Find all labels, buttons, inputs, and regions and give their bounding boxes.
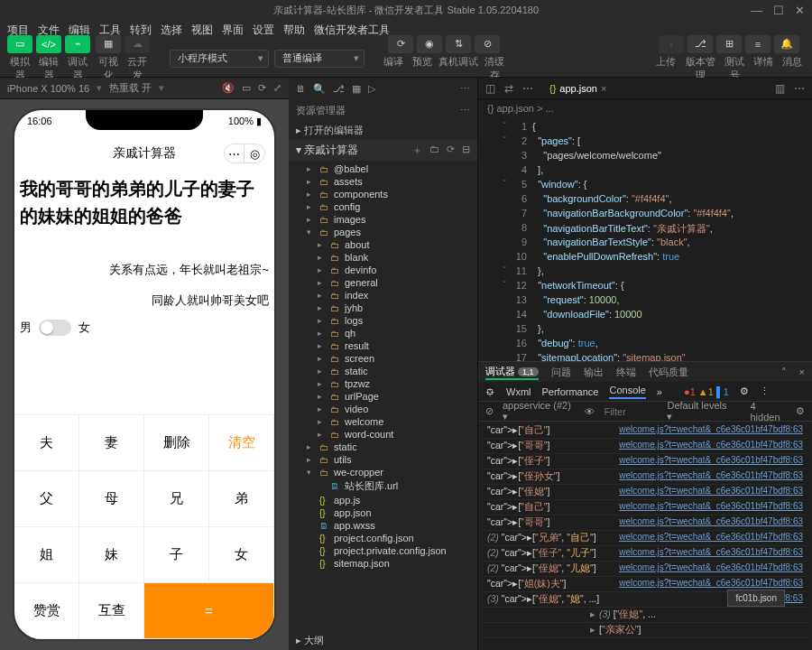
tree-file[interactable]: {}project.private.config.json xyxy=(289,544,477,557)
tree-folder[interactable]: ▸🗀welcome xyxy=(289,415,477,428)
tree-folder[interactable]: ▾🗀we-cropper xyxy=(289,466,477,478)
console-log-row[interactable]: "car">▸["侄孙女"]welcome.js?t=wechat&_c6e36… xyxy=(482,469,808,485)
keypad-button[interactable]: 清空 xyxy=(209,415,274,471)
menu-item[interactable]: 微信开发者工具 xyxy=(314,23,390,38)
tree-folder[interactable]: ▸🗀logs xyxy=(289,314,477,327)
preview-button[interactable]: ◉ xyxy=(417,35,442,53)
hot-reload-toggle[interactable]: 热重载 开 xyxy=(109,81,152,95)
messages-button[interactable]: 🔔 xyxy=(774,35,799,53)
source-link[interactable]: welcome.js?t=wechat&_c6e36c01bf47bdf8:63 xyxy=(619,547,803,560)
visual-toggle[interactable]: ▦ xyxy=(96,35,121,53)
explorer-icon[interactable]: 🗎 xyxy=(296,83,306,94)
compile-mode-select[interactable]: 小程序模式 xyxy=(170,50,269,68)
source-link[interactable]: welcome.js?t=wechat&_c6e36c01bf47bdf8:63 xyxy=(619,424,803,437)
upload-button[interactable]: ↑ xyxy=(659,35,684,53)
debugger-tab[interactable]: 调试器 1,1 xyxy=(485,365,539,380)
menu-item[interactable]: 帮助 xyxy=(283,23,305,38)
menu-item[interactable]: 界面 xyxy=(222,23,244,38)
more-subtabs[interactable]: » xyxy=(657,386,662,397)
simulator-toggle[interactable]: ▭ xyxy=(7,35,32,53)
source-link[interactable]: welcome.js?t=wechat&_c6e36c01bf47bdf8:63 xyxy=(619,516,803,529)
test-account-button[interactable]: ⊞ xyxy=(716,35,742,53)
keypad-button[interactable]: 妹 xyxy=(79,527,144,583)
mute-icon[interactable]: 🔇 xyxy=(222,82,235,94)
inspect-icon[interactable]: ⯐ xyxy=(485,386,495,397)
gender-switch[interactable] xyxy=(39,320,71,336)
close-tab-icon[interactable]: × xyxy=(601,83,606,94)
tree-folder[interactable]: ▸🗀screen xyxy=(289,352,477,365)
code-quality-tab[interactable]: 代码质量 xyxy=(649,366,688,379)
source-link[interactable]: welcome.js?t=wechat&_c6e36c01bf47bdf8:63 xyxy=(619,470,803,483)
keypad-button[interactable]: 妻 xyxy=(79,415,144,471)
perf-subtab[interactable]: Performance xyxy=(542,386,599,397)
keypad-button[interactable]: 弟 xyxy=(209,471,274,527)
details-button[interactable]: ≡ xyxy=(745,35,770,53)
tree-folder[interactable]: ▸🗀general xyxy=(289,276,477,289)
dbg-dots-icon[interactable]: ⋮ xyxy=(760,385,770,397)
source-link[interactable]: welcome.js?t=wechat&_c6e36c01bf47bdf8:63 xyxy=(619,440,803,452)
tree-folder[interactable]: ▸🗀assets xyxy=(289,175,477,188)
code-editor[interactable]: ˅˅˅˅˅ 1234567891011121314151617 { "pages… xyxy=(478,117,812,361)
output-tab[interactable]: 输出 xyxy=(584,366,604,379)
tree-folder[interactable]: ▸🗀config xyxy=(289,200,477,213)
keypad-button[interactable]: 互查 xyxy=(79,583,144,639)
editor-tab[interactable]: {} app.json × xyxy=(542,81,614,96)
split-icon[interactable]: ◫ xyxy=(485,82,495,95)
project-header[interactable]: ▾ 亲戚计算器 ＋ 🗀 ⟳ ⊟ xyxy=(289,140,477,161)
tree-folder[interactable]: ▸🗀static xyxy=(289,365,477,377)
outline-section[interactable]: ▸ 大纲 xyxy=(289,631,477,650)
dbg-gear-icon[interactable]: ⚙ xyxy=(740,385,749,397)
keypad-button[interactable]: 姐 xyxy=(14,527,79,583)
open-editors-section[interactable]: ▸ 打开的编辑器 xyxy=(289,121,477,140)
tree-folder[interactable]: ▸🗀word-count xyxy=(289,428,477,441)
capsule-menu-icon[interactable]: ⋯ xyxy=(225,144,245,162)
tree-folder[interactable]: ▸🗀blank xyxy=(289,251,477,264)
console-log-row[interactable]: (2) "car">▸["侄媳", "儿媳"]welcome.js?t=wech… xyxy=(482,562,808,577)
capsule-close-icon[interactable]: ◎ xyxy=(245,144,264,162)
tree-folder[interactable]: ▸🗀utils xyxy=(289,453,477,466)
compile-button[interactable]: ⟳ xyxy=(388,35,413,53)
compile-type-select[interactable]: 普通编译 xyxy=(274,50,364,68)
console-log-row[interactable]: ▸["亲家公"] xyxy=(482,623,808,638)
tree-folder[interactable]: ▸🗀images xyxy=(289,213,477,226)
tree-file[interactable]: {}sitemap.json xyxy=(289,557,477,570)
source-link[interactable]: welcome.js?t=wechat&_c6e36c01bf47bdf8:63 xyxy=(619,532,803,544)
tree-folder[interactable]: ▸🗀qh xyxy=(289,327,477,339)
eye-icon[interactable]: 👁 xyxy=(585,406,595,417)
console-log-row[interactable]: "car">▸["自己"]welcome.js?t=wechat&_c6e36c… xyxy=(482,423,808,439)
explorer-more-icon[interactable]: ⋯ xyxy=(460,105,470,116)
keypad-button[interactable]: 母 xyxy=(79,471,144,527)
refresh-icon[interactable]: ⟳ xyxy=(447,144,455,157)
tree-folder[interactable]: ▸🗀static xyxy=(289,441,477,453)
keypad-button[interactable]: 夫 xyxy=(14,415,79,471)
console-log-row[interactable]: ▸(3) ["侄媳", ... xyxy=(482,608,808,623)
tree-folder[interactable]: ▸🗀urlPage xyxy=(289,390,477,403)
screenshot-icon[interactable]: ▭ xyxy=(242,82,251,94)
search-icon[interactable]: 🔍 xyxy=(313,83,326,95)
layout-icon[interactable]: ▥ xyxy=(775,82,785,95)
tree-file[interactable]: 🗎app.wxss xyxy=(289,519,477,532)
source-link[interactable]: welcome.js?t=wechat&_c6e36c01bf47bdf8:63 xyxy=(619,455,803,468)
more-actions-icon[interactable]: ⋯ xyxy=(794,82,805,95)
tree-folder[interactable]: ▸🗀video xyxy=(289,403,477,415)
console-gear-icon[interactable]: ⚙ xyxy=(796,405,805,417)
filter-input[interactable] xyxy=(604,406,658,417)
dbg-close-icon[interactable]: × xyxy=(799,367,805,377)
diff-icon[interactable]: ⇄ xyxy=(504,82,513,95)
console-log-row[interactable]: "car">▸["哥哥"]welcome.js?t=wechat&_c6e36c… xyxy=(482,439,808,454)
menu-item[interactable]: 设置 xyxy=(253,23,274,38)
tree-folder[interactable]: ▸🗀index xyxy=(289,289,477,302)
keypad-button[interactable]: 女 xyxy=(209,527,274,583)
ellipsis-icon[interactable]: ⋯ xyxy=(522,82,533,95)
console-log-row[interactable]: "car">▸["自己"]welcome.js?t=wechat&_c6e36c… xyxy=(482,500,808,515)
menu-item[interactable]: 选择 xyxy=(161,23,182,38)
device-selector[interactable]: iPhone X 100% 16 xyxy=(7,83,89,94)
tree-folder[interactable]: ▸🗀devinfo xyxy=(289,264,477,276)
editor-toggle[interactable]: </> xyxy=(36,35,61,53)
tree-folder[interactable]: ▸🗀@babel xyxy=(289,162,477,175)
close-button[interactable]: ✕ xyxy=(795,4,805,17)
debugger-toggle[interactable]: ⌁ xyxy=(65,35,90,53)
menu-item[interactable]: 视图 xyxy=(191,23,213,38)
tree-folder[interactable]: ▸🗀about xyxy=(289,238,477,251)
keypad-button[interactable]: 父 xyxy=(14,471,79,527)
